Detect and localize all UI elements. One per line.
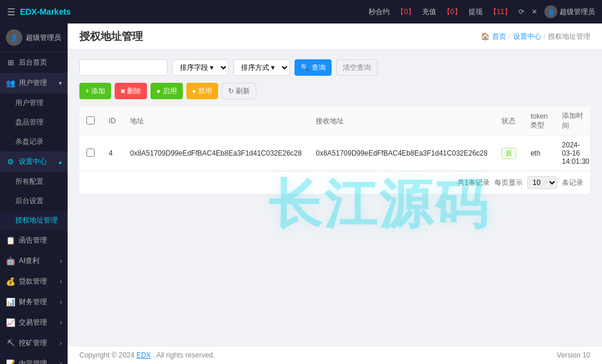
action-row: + 添加 ■ 删除 ● 启用 ● 禁用 ↻ 刷新 <box>79 83 590 99</box>
sidebar-sub-label: 杀盘记录 <box>15 137 44 147</box>
chevron-right-icon: › <box>60 278 62 285</box>
app-logo: EDX-Markets <box>20 7 71 16</box>
breadcrumb-home[interactable]: 首页 <box>492 32 506 42</box>
total-text: 共1条记录 <box>457 178 490 188</box>
enable-button[interactable]: ● 启用 <box>150 83 183 99</box>
home-icon: 🏠 <box>481 32 490 41</box>
sidebar-item-settings[interactable]: ⚙ 设置中心 ▴ <box>0 151 68 172</box>
recharge-count: 【0】 <box>443 7 461 17</box>
col-receive-address: 接收地址 <box>309 106 494 136</box>
search-button[interactable]: 🔍 查询 <box>295 59 332 76</box>
topbar: ☰ EDX-Markets 秒合约 【0】 充值 【0】 提现 【11】 ⟳ ✕… <box>0 0 602 23</box>
breadcrumb: 🏠 首页 / 设置中心 / 授权地址管理 <box>481 32 590 42</box>
user-mgmt-icon: 👥 <box>6 79 15 87</box>
recharge-label: 充值 <box>422 7 436 17</box>
footer-version: Version 10 <box>557 351 590 359</box>
sidebar-item-label: 财务管理 <box>19 297 47 307</box>
sidebar-item-mining-mgmt[interactable]: ⛏ 挖矿管理 › <box>0 333 68 353</box>
withdraw-count: 【11】 <box>490 7 511 17</box>
sidebar-item-backend-settings[interactable]: 后台设置 <box>0 191 68 211</box>
cell-add-time: 2024-03-16 14:01:30 <box>555 136 590 171</box>
sidebar-sub-label: 后台设置 <box>15 196 44 206</box>
sidebar-item-auth-addr[interactable]: 授权地址管理 <box>0 211 68 230</box>
ai-icon: 🤖 <box>6 257 15 265</box>
layout: 👤 超级管理员 ⊞ 后台首页 👥 用户管理 ▾ 用户管理 盘品管理 杀盘记录 ⚙… <box>0 23 602 364</box>
backend-icon: ⊞ <box>6 58 15 67</box>
sidebar-item-label: 设置中心 <box>19 157 47 167</box>
sidebar-item-label: 函告管理 <box>19 235 47 245</box>
mining-icon: ⛏ <box>6 339 15 348</box>
page-header: 授权地址管理 🏠 首页 / 设置中心 / 授权地址管理 <box>68 23 602 50</box>
topbar-right: 秒合约 【0】 充值 【0】 提现 【11】 ⟳ ✕ 👤 超级管理员 <box>369 5 595 18</box>
per-page-text: 每页显示 <box>494 178 523 188</box>
sidebar-sub-label: 所有配置 <box>15 177 44 187</box>
sidebar-item-log-mgmt[interactable]: 📋 函告管理 <box>0 230 68 251</box>
delete-button[interactable]: ■ 删除 <box>115 83 147 99</box>
refresh-button[interactable]: ↻ 刷新 <box>222 83 256 99</box>
main: 授权地址管理 🏠 首页 / 设置中心 / 授权地址管理 长江源码 排序字段 ▾ <box>68 23 602 364</box>
search-input[interactable] <box>79 59 168 76</box>
sidebar-item-user-mgmt[interactable]: 👥 用户管理 ▾ <box>0 73 68 93</box>
footer-brand[interactable]: EDX <box>136 351 151 359</box>
breadcrumb-settings[interactable]: 设置中心 <box>513 32 541 42</box>
per-page-select[interactable]: 10 20 50 100 <box>527 176 557 189</box>
sidebar-item-label: 贷款管理 <box>19 277 47 287</box>
sort-field-select[interactable]: 排序字段 ▾ <box>172 59 229 76</box>
col-status: 状态 <box>494 106 523 136</box>
cell-address: 0x8A51709D99eEdFfBAC4Eb8Ea3F1d41C032E26c… <box>123 136 309 171</box>
content: 长江源码 排序字段 ▾ 排序方式 ▾ 🔍 查询 清空查询 <box>68 50 602 346</box>
avatar: 👤 <box>544 5 557 18</box>
sidebar: 👤 超级管理员 ⊞ 后台首页 👥 用户管理 ▾ 用户管理 盘品管理 杀盘记录 ⚙… <box>0 23 68 364</box>
sidebar-item-ai-query[interactable]: 🤖 AI查利 › <box>0 251 68 271</box>
log-icon: 📋 <box>6 236 15 245</box>
sidebar-item-label: AI查利 <box>19 256 39 266</box>
pending-count: 【0】 <box>397 7 415 17</box>
close-icon[interactable]: ✕ <box>531 8 537 16</box>
breadcrumb-current: 授权地址管理 <box>548 32 590 42</box>
profile-name: 超级管理员 <box>26 33 61 43</box>
finance-icon: 📊 <box>6 298 15 306</box>
menu-icon[interactable]: ☰ <box>7 6 15 18</box>
data-table: ID 地址 接收地址 状态 token类型 添加时间 操作 4 <box>79 106 590 194</box>
user-menu[interactable]: 👤 超级管理员 <box>544 5 595 18</box>
sidebar-item-label: 内容管理 <box>19 359 47 364</box>
sidebar-item-label: 交易管理 <box>19 318 47 328</box>
search-icon: 🔍 <box>300 63 309 72</box>
sidebar-item-finance-mgmt[interactable]: 📊 财务管理 › <box>0 292 68 312</box>
sidebar-item-all-config[interactable]: 所有配置 <box>0 172 68 191</box>
pending-label: 秒合约 <box>369 7 390 17</box>
withdraw-label: 提现 <box>469 7 483 17</box>
row-checkbox[interactable] <box>86 149 95 157</box>
sidebar-item-users[interactable]: 用户管理 <box>0 93 68 113</box>
sidebar-item-shop-mgmt[interactable]: 盘品管理 <box>0 113 68 132</box>
sort-order-select[interactable]: 排序方式 ▾ <box>233 59 290 76</box>
select-all-checkbox[interactable] <box>86 116 95 124</box>
chevron-down-icon: ▾ <box>59 80 62 86</box>
chevron-down-icon: ▴ <box>59 159 62 165</box>
table-row: 4 0x8A51709D99eEdFfBAC4Eb8Ea3F1d41C032E2… <box>79 136 590 171</box>
sidebar-item-loan-mgmt[interactable]: 💰 贷款管理 › <box>0 271 68 292</box>
sidebar-item-label: 用户管理 <box>19 78 47 88</box>
cell-token-type: eth <box>523 136 554 171</box>
col-token-type: token类型 <box>523 106 554 136</box>
sidebar-item-kill-log[interactable]: 杀盘记录 <box>0 132 68 151</box>
profile-avatar: 👤 <box>6 29 22 46</box>
sidebar-item-content-mgmt[interactable]: 📝 内容管理 › <box>0 353 68 364</box>
breadcrumb-sep-1: / <box>509 32 510 41</box>
disable-button[interactable]: ● 禁用 <box>186 83 219 99</box>
col-add-time: 添加时间 <box>555 106 590 136</box>
sidebar-profile: 👤 超级管理员 <box>0 23 68 52</box>
user-name: 超级管理员 <box>560 7 595 17</box>
sidebar-item-backend[interactable]: ⊞ 后台首页 <box>0 52 68 73</box>
clear-button[interactable]: 清空查询 <box>336 59 377 76</box>
content-icon: 📝 <box>6 359 15 364</box>
trade-icon: 📈 <box>6 318 15 327</box>
refresh-icon[interactable]: ⟳ <box>519 8 524 16</box>
col-id: ID <box>102 106 123 136</box>
sidebar-item-label: 后台首页 <box>19 58 47 68</box>
toolbar: 排序字段 ▾ 排序方式 ▾ 🔍 查询 清空查询 <box>79 59 590 76</box>
sidebar-sub-label: 授权地址管理 <box>15 215 58 225</box>
chevron-right-icon: › <box>60 319 62 326</box>
add-button[interactable]: + 添加 <box>79 83 111 99</box>
sidebar-item-trade-mgmt[interactable]: 📈 交易管理 › <box>0 312 68 333</box>
